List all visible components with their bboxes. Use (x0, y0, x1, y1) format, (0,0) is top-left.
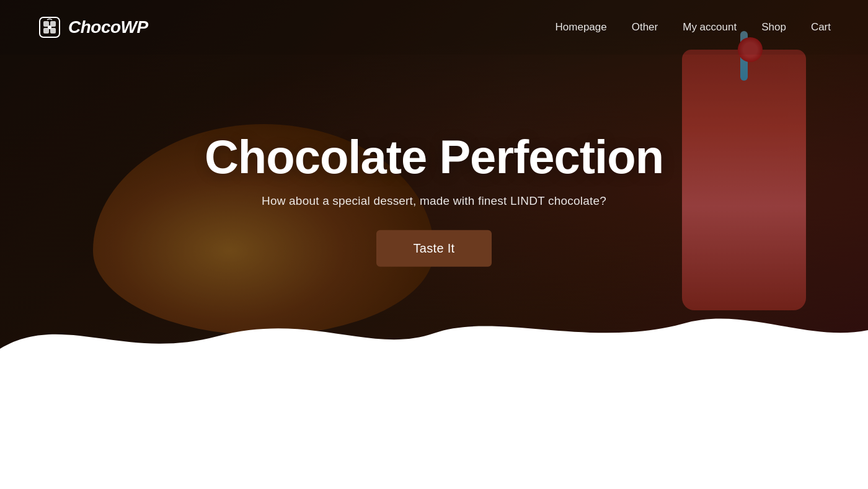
nav-link-shop[interactable]: Shop (761, 21, 786, 33)
taste-it-button[interactable]: Taste It (376, 230, 492, 266)
nav-item-cart[interactable]: Cart (811, 21, 831, 34)
svg-rect-2 (50, 21, 56, 27)
hero-section: ChocoWP Homepage Other My account Shop C… (0, 0, 868, 372)
nav-link-other[interactable]: Other (632, 21, 658, 33)
svg-rect-3 (43, 28, 49, 34)
navbar: ChocoWP Homepage Other My account Shop C… (0, 0, 868, 55)
nav-item-myaccount[interactable]: My account (683, 21, 737, 34)
svg-rect-1 (43, 21, 49, 27)
logo[interactable]: ChocoWP (37, 15, 148, 40)
hero-subtitle: How about a special dessert, made with f… (186, 194, 682, 207)
nav-item-shop[interactable]: Shop (761, 21, 786, 34)
nav-item-homepage[interactable]: Homepage (556, 21, 607, 34)
hero-content: Chocolate Perfection How about a special… (186, 131, 682, 267)
nav-item-other[interactable]: Other (632, 21, 658, 34)
content-section (0, 372, 868, 489)
svg-rect-4 (50, 28, 56, 34)
hero-title: Chocolate Perfection (186, 131, 682, 183)
nav-link-cart[interactable]: Cart (811, 21, 831, 33)
brand-name: ChocoWP (68, 17, 148, 37)
logo-icon (37, 15, 62, 40)
nav-link-homepage[interactable]: Homepage (556, 21, 607, 33)
wave-divider (0, 299, 868, 372)
svg-point-5 (48, 25, 51, 29)
nav-links: Homepage Other My account Shop Cart (556, 21, 831, 34)
nav-link-myaccount[interactable]: My account (683, 21, 737, 33)
